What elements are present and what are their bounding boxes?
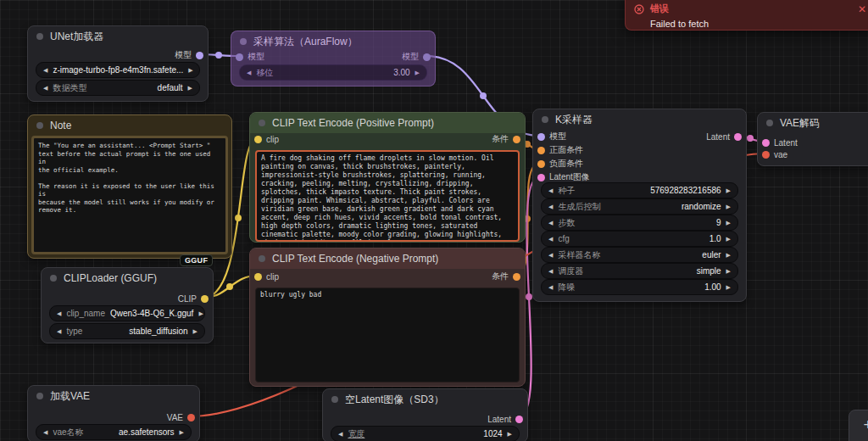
prev-arrow[interactable]: ◀: [57, 328, 61, 335]
widget-steps[interactable]: ◀ 步数 9 ▶: [541, 215, 738, 231]
input-port-latent[interactable]: Latent图像: [537, 171, 590, 183]
node-clip-positive[interactable]: CLIP Text Encode (Positive Prompt) clip …: [249, 112, 526, 243]
widget-type[interactable]: ◀ type stable_diffusion ▶: [49, 323, 205, 339]
prev-arrow[interactable]: ◀: [43, 85, 47, 92]
collapse-dot[interactable]: [36, 393, 43, 399]
widget-shift[interactable]: ◀ 移位 3.00 ▶: [239, 64, 427, 81]
collapse-dot[interactable]: [259, 120, 265, 126]
zoom-out-button[interactable]: −: [849, 438, 868, 441]
vae-port-dot[interactable]: [187, 414, 195, 421]
input-port-latent[interactable]: Latent: [762, 137, 798, 148]
widget-denoise[interactable]: ◀ 降噪 1.00 ▶: [541, 279, 738, 295]
clip-port-dot[interactable]: [254, 136, 262, 143]
collapse-dot[interactable]: [36, 122, 43, 129]
widget-cfg[interactable]: ◀ cfg 1.0 ▶: [541, 231, 738, 247]
prev-arrow[interactable]: ◀: [548, 252, 553, 259]
prev-arrow[interactable]: ◀: [548, 187, 553, 194]
clip-port-dot[interactable]: [201, 295, 209, 303]
comfyui-canvas[interactable]: { "colors": { "model": "#b3a1f0", "clip"…: [0, 0, 868, 441]
output-port-model[interactable]: 模型: [402, 51, 431, 63]
collapse-dot[interactable]: [240, 38, 247, 45]
next-arrow[interactable]: ▶: [726, 236, 731, 243]
model-port-dot[interactable]: [537, 133, 545, 141]
widget-dtype[interactable]: ◀ 数据类型 default ▶: [36, 80, 200, 96]
prev-arrow[interactable]: ◀: [43, 67, 47, 74]
output-port-clip[interactable]: CLIP: [178, 293, 209, 304]
next-arrow[interactable]: ▶: [180, 429, 184, 436]
next-arrow[interactable]: ▶: [726, 284, 731, 291]
latent-port-dot[interactable]: [515, 416, 523, 423]
error-toast[interactable]: 错误 ✕ Failed to fetch: [625, 0, 868, 31]
prev-arrow[interactable]: ◀: [338, 431, 342, 438]
next-arrow[interactable]: ▶: [415, 70, 420, 76]
collapse-dot[interactable]: [36, 33, 43, 40]
node-auraflow-sampling[interactable]: 采样算法（AuraFlow） 模型 模型 ◀ 移位 3.00 ▶: [231, 31, 436, 87]
zoom-in-button[interactable]: +: [849, 410, 868, 438]
widget-unet-name[interactable]: ◀ z-image-turbo-fp8-e4m3fn.safete... ▶: [36, 62, 200, 78]
toast-close-button[interactable]: ✕: [858, 3, 866, 15]
collapse-dot[interactable]: [259, 255, 265, 262]
prev-arrow[interactable]: ◀: [43, 429, 47, 436]
next-arrow[interactable]: ▶: [508, 431, 512, 438]
output-port-conditioning[interactable]: 条件: [492, 133, 520, 145]
widget-width[interactable]: ◀ 宽度 1024 ▶: [331, 426, 520, 441]
wire-midpoint-dot[interactable]: [235, 215, 242, 221]
output-port-model[interactable]: 模型: [175, 49, 203, 61]
node-load-vae[interactable]: 加载VAE VAE ◀ vae名称 ae.safetensors ▶: [27, 385, 200, 441]
latent-port-dot[interactable]: [762, 139, 770, 147]
input-port-negative[interactable]: 负面条件: [537, 158, 583, 170]
next-arrow[interactable]: ▶: [198, 310, 203, 317]
prev-arrow[interactable]: ◀: [548, 236, 553, 243]
node-ksampler[interactable]: K采样器 模型 正面条件 负面条件 Latent图像 Latent ◀ 种子 5…: [532, 109, 747, 302]
input-port-vae[interactable]: vae: [762, 148, 787, 160]
prev-arrow[interactable]: ◀: [548, 220, 553, 226]
next-arrow[interactable]: ▶: [726, 187, 731, 194]
widget-clip-name[interactable]: ◀ clip_name Qwen3-4B-Q6_K.gguf ▶: [49, 305, 205, 321]
negative-prompt-textarea[interactable]: blurry ugly bad: [255, 287, 520, 382]
node-clip-negative[interactable]: CLIP Text Encode (Negative Prompt) clip …: [249, 248, 526, 387]
wire-midpoint-dot[interactable]: [215, 52, 222, 59]
wire-midpoint-dot[interactable]: [480, 92, 487, 99]
positive-prompt-textarea[interactable]: A fire dog shaking off flame droplets in…: [255, 150, 520, 242]
node-empty-latent[interactable]: 空Latent图像（SD3） Latent ◀ 宽度 1024 ▶: [322, 388, 528, 441]
prev-arrow[interactable]: ◀: [247, 70, 251, 76]
collapse-dot[interactable]: [331, 396, 338, 403]
next-arrow[interactable]: ▶: [726, 220, 731, 226]
input-port-model[interactable]: 模型: [236, 51, 264, 63]
output-port-latent[interactable]: Latent: [487, 413, 523, 425]
widget-vae-name[interactable]: ◀ vae名称 ae.safetensors ▶: [36, 424, 192, 440]
next-arrow[interactable]: ▶: [726, 204, 731, 210]
wire-midpoint-dot[interactable]: [226, 283, 233, 290]
widget-control-after-generate[interactable]: ◀ 生成后控制 randomize ▶: [541, 198, 738, 215]
node-clip-loader[interactable]: CLIPLoader (GGUF) CLIP ◀ clip_name Qwen3…: [41, 267, 214, 343]
clip-port-dot[interactable]: [254, 273, 262, 281]
prev-arrow[interactable]: ◀: [548, 268, 553, 275]
model-port-dot[interactable]: [236, 53, 243, 61]
widget-scheduler[interactable]: ◀ 调度器 simple ▶: [541, 263, 738, 279]
conditioning-port-dot[interactable]: [537, 160, 545, 168]
input-port-clip[interactable]: clip: [254, 133, 279, 145]
collapse-dot[interactable]: [766, 120, 773, 126]
input-port-positive[interactable]: 正面条件: [537, 144, 583, 156]
input-port-clip[interactable]: clip: [254, 271, 279, 282]
output-port-conditioning[interactable]: 条件: [492, 271, 520, 282]
conditioning-port-dot[interactable]: [513, 136, 520, 143]
vae-port-dot[interactable]: [762, 151, 770, 159]
widget-seed[interactable]: ◀ 种子 576928283216586 ▶: [541, 182, 738, 198]
prev-arrow[interactable]: ◀: [57, 310, 61, 317]
latent-port-dot[interactable]: [734, 133, 742, 141]
collapse-dot[interactable]: [50, 275, 57, 282]
collapse-dot[interactable]: [542, 116, 548, 123]
prev-arrow[interactable]: ◀: [548, 204, 553, 210]
wire-midpoint-dot[interactable]: [526, 293, 532, 300]
conditioning-port-dot[interactable]: [537, 147, 545, 154]
next-arrow[interactable]: ▶: [726, 252, 731, 259]
prev-arrow[interactable]: ◀: [548, 284, 553, 291]
latent-port-dot[interactable]: [537, 174, 545, 181]
node-vae-decode[interactable]: VAE解码 Latent vae: [757, 112, 868, 166]
conditioning-port-dot[interactable]: [513, 273, 520, 281]
node-unet-loader[interactable]: UNet加载器 模型 ◀ z-image-turbo-fp8-e4m3fn.sa…: [27, 25, 209, 102]
note-text[interactable]: The "You are an assistant... <Prompt Sta…: [31, 136, 228, 254]
next-arrow[interactable]: ▶: [188, 85, 192, 92]
output-port-latent[interactable]: Latent: [706, 131, 742, 142]
